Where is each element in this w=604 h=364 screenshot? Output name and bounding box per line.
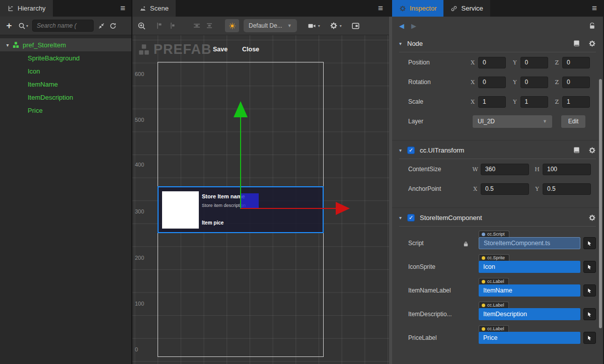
gear-icon[interactable]: [588, 40, 596, 47]
tree-row-root[interactable]: ▾ pref_StoreItem: [0, 38, 131, 51]
item-description-label: Store item description: [202, 203, 246, 208]
scene-canvas[interactable]: 600 500 400 300 200 100 0 PREFAB Save Cl…: [132, 35, 389, 364]
axis-y-label: Y: [534, 186, 540, 192]
anchor-point-x-input[interactable]: [481, 183, 529, 195]
type-chip: cc.Label: [479, 278, 509, 284]
distribute-center-icon[interactable]: [205, 22, 213, 30]
docs-book-icon[interactable]: [573, 147, 580, 154]
position-y-input[interactable]: [520, 57, 548, 68]
reference-picker-button[interactable]: [583, 237, 596, 249]
tree-row[interactable]: SpriteBackground: [0, 51, 131, 64]
component-enabled-checkbox[interactable]: ✓: [407, 214, 415, 222]
scene-menu-icon[interactable]: ≡: [372, 0, 389, 17]
tree-row[interactable]: Icon: [0, 64, 131, 78]
scene-panel: Scene ≡: [132, 0, 389, 364]
tree-node-label: ItemName: [28, 81, 58, 88]
node-section: ▾ Node Position X Y: [392, 35, 603, 135]
reference-picker-button[interactable]: [583, 284, 596, 297]
search-icon: [18, 22, 26, 30]
create-node-button[interactable]: +: [4, 20, 14, 31]
collapse-all-icon[interactable]: [98, 22, 105, 30]
tab-scene[interactable]: Scene: [132, 0, 176, 17]
gizmo-y-axis[interactable]: [240, 117, 241, 209]
lighting-toggle-button[interactable]: [225, 19, 239, 32]
scene-settings-button[interactable]: ▾: [330, 22, 342, 30]
gizmo-plane-handle[interactable]: [241, 193, 259, 209]
gear-icon[interactable]: [588, 214, 596, 222]
uitransform-section-header[interactable]: ▾ ✓ cc.UITransform: [392, 141, 603, 159]
gizmo-x-arrowhead-icon[interactable]: [336, 202, 350, 215]
content-size-h-input[interactable]: [543, 164, 591, 175]
tab-hierarchy[interactable]: Hierarchy: [0, 0, 53, 17]
position-label: Position: [408, 59, 470, 66]
icon-sprite-reference-field[interactable]: Icon: [479, 261, 580, 273]
inspector-menu-icon[interactable]: ≡: [586, 0, 603, 17]
script-reference-field[interactable]: StoreItemComponent.ts: [479, 237, 580, 249]
search-input[interactable]: [32, 20, 94, 32]
collapse-arrow-icon[interactable]: ▾: [399, 41, 407, 46]
rotation-y-input[interactable]: [520, 77, 548, 88]
prefab-save-button[interactable]: Save: [213, 46, 228, 53]
hierarchy-tree-icon: [7, 5, 14, 12]
type-chip-label: cc.Script: [487, 232, 505, 237]
ruler-label: 0: [135, 346, 138, 352]
prefab-close-button[interactable]: Close: [242, 46, 259, 53]
ruler-label: 200: [135, 255, 144, 261]
position-x-input[interactable]: [478, 57, 506, 68]
hierarchy-menu-icon[interactable]: ≡: [114, 0, 131, 17]
gear-icon[interactable]: [588, 147, 596, 154]
item-name-label: ItemNameLabel: [408, 287, 462, 297]
tree-row[interactable]: ItemName: [0, 78, 131, 91]
reference-picker-button[interactable]: [583, 308, 596, 320]
unlock-icon[interactable]: [588, 22, 596, 30]
search-filter-button[interactable]: ▾: [18, 22, 28, 30]
history-back-button[interactable]: ◀: [399, 22, 404, 30]
scale-z-input[interactable]: [562, 96, 590, 108]
view-mode-dropdown[interactable]: Default De... ▼: [244, 19, 297, 32]
layer-select[interactable]: UI_2D ▼: [473, 115, 552, 128]
price-label: PriceLabel: [408, 334, 462, 344]
zoom-icon[interactable]: [137, 22, 146, 30]
refresh-icon[interactable]: [109, 22, 117, 30]
position-z-input[interactable]: [562, 57, 590, 68]
tab-inspector[interactable]: Inspector: [392, 0, 443, 17]
tree-row[interactable]: ItemDescription: [0, 91, 131, 104]
node-section-header[interactable]: ▾ Node: [392, 35, 603, 52]
tree-row[interactable]: Price: [0, 104, 131, 117]
scale-y-input[interactable]: [520, 96, 548, 108]
camera-settings-button[interactable]: ▾: [308, 22, 320, 30]
reference-picker-button[interactable]: [583, 332, 596, 344]
collapse-arrow-icon[interactable]: ▾: [399, 148, 407, 153]
ruler-label: 400: [135, 162, 144, 168]
position-row: Position X Y Z: [392, 56, 603, 68]
ruler-label: 100: [135, 301, 144, 307]
component-enabled-checkbox[interactable]: ✓: [407, 147, 415, 154]
anchor-point-y-input[interactable]: [543, 183, 591, 195]
gizmo-y-arrowhead-icon[interactable]: [234, 101, 248, 117]
reference-picker-button[interactable]: [583, 261, 596, 273]
docs-book-icon[interactable]: [573, 40, 580, 47]
layer-edit-button[interactable]: Edit: [561, 115, 585, 128]
item-name-reference-field[interactable]: ItemName: [479, 284, 580, 297]
rotation-z-input[interactable]: [562, 77, 590, 88]
align-left-icon[interactable]: [156, 22, 164, 30]
expand-arrow-icon[interactable]: ▾: [3, 42, 12, 48]
ruler-label: 600: [135, 71, 144, 77]
rotation-x-input[interactable]: [478, 77, 506, 88]
tab-service[interactable]: Service: [443, 0, 490, 17]
scale-x-input[interactable]: [478, 96, 506, 108]
item-description-reference-field[interactable]: ItemDescription: [479, 308, 580, 320]
distribute-vertical-icon[interactable]: [193, 22, 201, 30]
gizmo-x-axis[interactable]: [241, 208, 337, 209]
type-dot-icon: [482, 256, 485, 260]
minimap-toggle-icon[interactable]: [351, 22, 360, 30]
align-center-horizontal-icon[interactable]: [168, 22, 176, 30]
price-reference-field[interactable]: Price: [479, 332, 580, 344]
type-chip-label: cc.Label: [487, 326, 504, 331]
content-size-row: ContentSize W H: [392, 163, 603, 175]
history-forward-button[interactable]: ▶: [411, 22, 416, 30]
content-size-w-input[interactable]: [481, 164, 529, 175]
collapse-arrow-icon[interactable]: ▾: [399, 215, 407, 221]
component-section-header[interactable]: ▾ ✓ StoreItemComponent: [392, 209, 603, 226]
inspector-scrollbar[interactable]: [599, 79, 602, 328]
